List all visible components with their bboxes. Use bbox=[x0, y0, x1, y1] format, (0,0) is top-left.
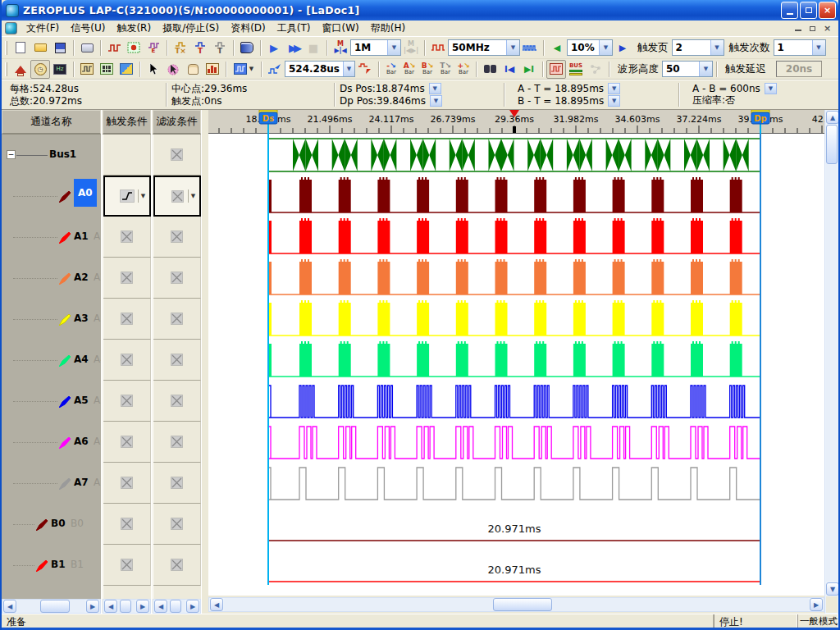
note-cursor-button[interactable] bbox=[163, 60, 183, 79]
navigator-button[interactable] bbox=[116, 60, 136, 79]
a-t-dropdown[interactable]: ▼ bbox=[608, 83, 620, 94]
trigger-cell-A7[interactable] bbox=[103, 463, 151, 504]
rate-up-button[interactable] bbox=[520, 39, 540, 57]
channel-row-A1[interactable]: A1A1 bbox=[2, 217, 101, 258]
trigger-cell-A6[interactable] bbox=[103, 422, 151, 463]
waveform-window-button[interactable] bbox=[77, 60, 97, 79]
a-b-dropdown[interactable]: ▼ bbox=[765, 83, 777, 94]
trigger-pos-left-button[interactable]: ◀ bbox=[547, 39, 567, 57]
memory-depth-combo[interactable]: 1M▼ bbox=[350, 39, 401, 56]
menu-item-3[interactable]: 摄取/停止(S) bbox=[157, 20, 225, 37]
channel-row-A4[interactable]: A4A4 bbox=[2, 340, 101, 381]
scrollbar-thumb[interactable] bbox=[493, 598, 552, 611]
trigger-cell-A2[interactable] bbox=[103, 258, 151, 299]
bar-measure-button[interactable] bbox=[203, 60, 222, 79]
channel-label[interactable]: A0 bbox=[74, 179, 97, 207]
add-bar-button[interactable]: +↘Bar bbox=[454, 60, 472, 78]
channel-label[interactable]: A2 bbox=[74, 272, 89, 283]
remove-bar-button[interactable]: -↘Bar bbox=[382, 60, 400, 78]
frequency-view-button[interactable]: Hz bbox=[50, 60, 70, 79]
mdi-close-button[interactable]: × bbox=[821, 23, 833, 34]
listing-window-button[interactable] bbox=[97, 60, 116, 79]
ds-pos-dropdown[interactable]: ▼ bbox=[429, 83, 441, 94]
time-div-combo[interactable]: 524.28us▼ bbox=[285, 61, 355, 77]
menu-item-5[interactable]: 工具(T) bbox=[272, 20, 317, 37]
trigger-cell-A4[interactable] bbox=[103, 340, 151, 381]
restore-button[interactable] bbox=[800, 2, 817, 19]
select-cursor-button[interactable] bbox=[144, 60, 163, 79]
channel-label[interactable]: B0 bbox=[51, 518, 66, 529]
scrollbar-thumb[interactable] bbox=[120, 600, 131, 613]
bus-mode-button[interactable]: BUS bbox=[566, 60, 586, 79]
wave-height-combo[interactable]: 50▼ bbox=[662, 61, 713, 77]
chevron-down-icon[interactable]: ▼ bbox=[138, 189, 148, 203]
channel-setup-button[interactable] bbox=[124, 39, 144, 57]
filter-cell-A7[interactable] bbox=[153, 463, 201, 504]
trigger-range-button[interactable]: T bbox=[210, 39, 230, 57]
channel-row-B1[interactable]: B1B1 bbox=[2, 545, 101, 586]
scroll-left-icon[interactable]: ◀ bbox=[104, 600, 117, 613]
goto-a-bar-button[interactable]: A↘Bar bbox=[400, 60, 418, 78]
channel-row-Bus1[interactable]: −Bus1 bbox=[2, 135, 101, 176]
sample-rate-combo[interactable]: 50MHz▼ bbox=[448, 39, 520, 56]
trigger-count-combo[interactable]: 1▼ bbox=[774, 39, 826, 56]
dp-pos-dropdown[interactable]: ▼ bbox=[430, 95, 442, 107]
chevron-down-icon[interactable]: ▼ bbox=[188, 189, 198, 203]
memory-next-button[interactable]: M|◀▶| bbox=[401, 39, 421, 57]
trigger-cell-A5[interactable] bbox=[103, 381, 151, 422]
next-transition-button[interactable]: ▶l bbox=[519, 60, 539, 79]
channel-label[interactable]: A4 bbox=[74, 354, 89, 365]
waveform-display[interactable]: 20.971ms20.971ms bbox=[208, 134, 824, 585]
scrollbar-thumb[interactable] bbox=[170, 600, 181, 613]
trigger-pos-right-button[interactable]: ▶ bbox=[613, 39, 632, 57]
menu-item-1[interactable]: 信号(U) bbox=[65, 20, 111, 37]
filter-cell-A1[interactable] bbox=[153, 217, 201, 258]
single-acquisition-button[interactable]: ▶ bbox=[264, 39, 284, 57]
timing-mode-button[interactable] bbox=[546, 60, 566, 79]
channel-row-A7[interactable]: A7A7 bbox=[2, 463, 101, 504]
filter-cell-A3[interactable] bbox=[153, 299, 201, 340]
home-button[interactable] bbox=[11, 60, 30, 79]
trigger-column-scrollbar[interactable]: ◀ ▶ bbox=[103, 599, 151, 614]
mdi-minimize-button[interactable] bbox=[792, 23, 804, 34]
clock-view-button[interactable]: ◷ bbox=[30, 60, 50, 79]
filter-cell-B0[interactable] bbox=[153, 504, 201, 545]
channel-row-A3[interactable]: A3A3 bbox=[2, 299, 101, 340]
trigger-cell-Bus1[interactable] bbox=[103, 135, 151, 176]
bus-analyzer-button[interactable] bbox=[237, 39, 257, 57]
menu-item-2[interactable]: 触发(R) bbox=[111, 20, 157, 37]
goto-t-bar-button[interactable]: T↘Bar bbox=[436, 60, 454, 78]
channel-label[interactable]: A3 bbox=[74, 313, 89, 324]
close-button[interactable]: × bbox=[819, 2, 836, 19]
trigger-position-combo[interactable]: 10%▼ bbox=[567, 39, 613, 56]
scroll-right-icon[interactable]: ▶ bbox=[86, 600, 99, 613]
new-file-button[interactable] bbox=[11, 39, 30, 57]
channel-row-A5[interactable]: A5A5 bbox=[2, 381, 101, 422]
time-ruler[interactable]: 18.875ms21.496ms24.117ms26.739ms29.36ms3… bbox=[208, 110, 824, 134]
save-button[interactable] bbox=[50, 39, 70, 57]
trigger-page-combo[interactable]: 2▼ bbox=[672, 39, 724, 56]
scrollbar-thumb[interactable] bbox=[826, 125, 838, 164]
trigger-cell-B0[interactable] bbox=[103, 504, 151, 545]
trigger-mark-button[interactable]: T× bbox=[171, 39, 190, 57]
channel-row-A2[interactable]: A2A2 bbox=[2, 258, 101, 299]
minimize-button[interactable] bbox=[781, 2, 798, 19]
scrollbar-thumb[interactable] bbox=[40, 600, 70, 613]
filter-cell-A5[interactable] bbox=[153, 381, 201, 422]
trigger-cell-B1[interactable] bbox=[103, 545, 151, 586]
channel-column-scrollbar[interactable]: ◀ ▶ bbox=[2, 599, 101, 614]
goto-b-bar-button[interactable]: B↘Bar bbox=[418, 60, 436, 78]
scroll-left-icon[interactable]: ◀ bbox=[3, 600, 16, 613]
filter-cell-A6[interactable] bbox=[153, 422, 201, 463]
toolbar-grip[interactable] bbox=[5, 62, 7, 76]
tree-collapse-icon[interactable]: − bbox=[7, 150, 16, 159]
filter-cell-Bus1[interactable] bbox=[153, 135, 201, 176]
channel-row-B0[interactable]: B0B0 bbox=[2, 504, 101, 545]
menu-item-7[interactable]: 帮助(H) bbox=[365, 20, 411, 37]
trigger-set-button[interactable]: T bbox=[190, 39, 210, 57]
zoom-out-wave-button[interactable] bbox=[355, 60, 375, 79]
scroll-left-icon[interactable]: ◀ bbox=[154, 600, 167, 613]
channel-label[interactable]: A5 bbox=[74, 395, 89, 406]
filter-cell-A2[interactable] bbox=[153, 258, 201, 299]
zoom-mode-dropdown[interactable]: ▼ bbox=[230, 60, 258, 79]
